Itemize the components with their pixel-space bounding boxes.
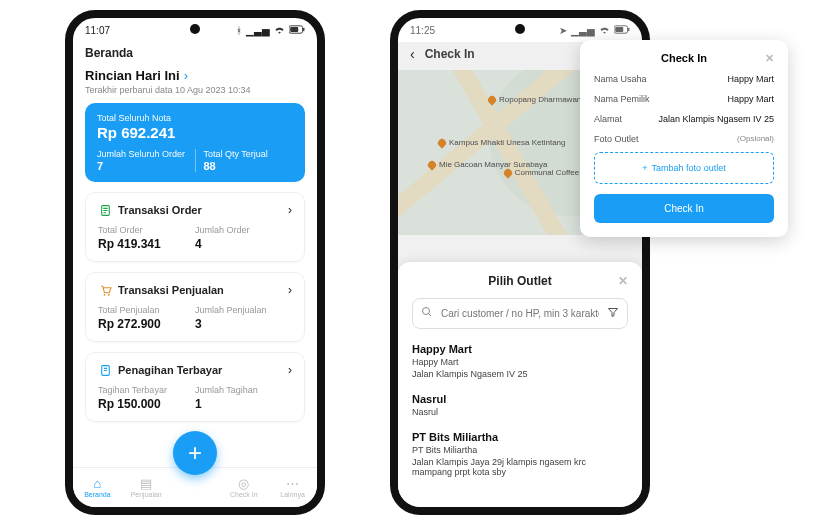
search-field[interactable] (412, 298, 628, 329)
row-label: Alamat (594, 114, 622, 124)
status-icons: ➤ ▁▃▅ (559, 25, 630, 36)
row-label: Foto Outlet (594, 134, 639, 144)
left-value: Rp 419.341 (98, 237, 195, 251)
filter-icon[interactable] (607, 306, 619, 321)
card-title: Transaksi Penjualan (118, 284, 224, 296)
svg-point-5 (107, 293, 109, 295)
outlet-name: Happy Mart (412, 343, 628, 355)
card-title: Transaksi Order (118, 204, 202, 216)
outlet-picker-modal: Pilih Outlet ✕ Happy Mart Happy Mart Jal… (398, 262, 642, 507)
status-time: 11:25 (410, 25, 435, 36)
pin-icon (502, 167, 513, 178)
right-value: 4 (195, 237, 292, 251)
nav-lainnya[interactable]: ⋯ Lainnya (268, 477, 317, 498)
signal-icon: ▁▃▅ (571, 25, 595, 36)
popover-title: Check In (661, 52, 707, 64)
pin-icon (486, 94, 497, 105)
bluetooth-icon: ᚼ (236, 25, 242, 36)
outlet-address: Jalan Klampis Ngasem IV 25 (412, 369, 628, 379)
nav-checkin[interactable]: ◎ Check In (219, 477, 268, 498)
right-label: Jumlah Order (195, 225, 292, 235)
close-button[interactable]: ✕ (618, 274, 628, 288)
right-label: Jumlah Tagihan (195, 385, 292, 395)
right-value: 1 (195, 397, 292, 411)
invoice-icon (98, 363, 112, 377)
section-title: Rincian Hari Ini (85, 68, 180, 83)
order-count-value: 7 (97, 160, 187, 172)
page-title: Check In (425, 47, 475, 61)
total-nota-value: Rp 692.241 (97, 124, 293, 141)
left-value: Rp 150.000 (98, 397, 195, 411)
outlet-item[interactable]: PT Bits Miliartha PT Bits Miliartha Jala… (412, 431, 628, 477)
status-time: 11:07 (85, 25, 110, 36)
chevron-right-icon: › (288, 203, 292, 217)
nav-label: Beranda (84, 491, 110, 498)
left-label: Total Penjualan (98, 305, 195, 315)
search-icon (421, 306, 433, 321)
qty-label: Total Qty Terjual (204, 149, 294, 159)
outlet-owner: Happy Mart (412, 357, 628, 367)
outlet-name: Nasrul (412, 393, 628, 405)
outlet-owner: Nasrul (412, 407, 628, 417)
home-icon: ⌂ (93, 477, 101, 490)
location-arrow-icon: ➤ (559, 25, 567, 36)
card-title: Penagihan Terbayar (118, 364, 222, 376)
card-transaksi-penjualan[interactable]: Transaksi Penjualan › Total Penjualan Rp… (85, 272, 305, 342)
battery-icon (614, 25, 630, 36)
fab-add[interactable]: + (173, 431, 217, 475)
outlet-owner: PT Bits Miliartha (412, 445, 628, 455)
row-label: Nama Usaha (594, 74, 647, 84)
map-poi: Kampus Mhakti Unesa Ketintang (438, 138, 566, 147)
row-value: Jalan Klampis Ngasem IV 25 (658, 114, 774, 124)
camera-notch (515, 24, 525, 34)
row-note: (Opsional) (737, 134, 774, 144)
upload-photo-button[interactable]: + Tambah foto outlet (594, 152, 774, 184)
receipt-icon (98, 203, 112, 217)
upload-label: Tambah foto outlet (652, 163, 726, 173)
search-input[interactable] (441, 308, 599, 319)
divider (195, 149, 196, 172)
page-header: Beranda (85, 42, 305, 68)
more-icon: ⋯ (286, 477, 299, 490)
pin-icon (426, 159, 437, 170)
location-icon: ◎ (238, 477, 249, 490)
checkin-button[interactable]: Check In (594, 194, 774, 223)
svg-rect-9 (615, 27, 623, 32)
status-icons: ᚼ ▁▃▅ (236, 25, 305, 36)
row-label: Nama Pemilik (594, 94, 650, 104)
signal-icon: ▁▃▅ (246, 25, 270, 36)
close-button[interactable]: ✕ (765, 52, 774, 65)
outlet-address: Jalan Klampis Jaya 29j klampis ngasem kr… (412, 457, 628, 477)
outlet-item[interactable]: Nasrul Nasrul (412, 393, 628, 417)
order-count-label: Jumlah Seluruh Order (97, 149, 187, 159)
phone-beranda: 11:07 ᚼ ▁▃▅ Beranda Rincian Hari Ini › T… (65, 10, 325, 515)
svg-rect-2 (290, 27, 298, 32)
svg-rect-8 (628, 27, 629, 31)
nav-beranda[interactable]: ⌂ Beranda (73, 477, 122, 498)
qty-value: 88 (204, 160, 294, 172)
battery-icon (289, 25, 305, 36)
modal-title: Pilih Outlet (488, 274, 551, 288)
nav-label: Lainnya (280, 491, 305, 498)
chevron-right-icon: › (184, 68, 188, 83)
nav-penjualan[interactable]: ▤ Penjualan (122, 477, 171, 498)
doc-icon: ▤ (140, 477, 152, 490)
svg-point-4 (103, 293, 105, 295)
map-poi: Ropopang Dharmawangsa (488, 95, 594, 104)
row-value: Happy Mart (727, 94, 774, 104)
outlet-item[interactable]: Happy Mart Happy Mart Jalan Klampis Ngas… (412, 343, 628, 379)
card-penagihan[interactable]: Penagihan Terbayar › Tagihan Terbayar Rp… (85, 352, 305, 422)
outlet-name: PT Bits Miliartha (412, 431, 628, 443)
section-rincian[interactable]: Rincian Hari Ini › (85, 68, 305, 83)
row-value: Happy Mart (727, 74, 774, 84)
camera-notch (190, 24, 200, 34)
svg-rect-1 (303, 27, 304, 31)
last-update: Terakhir perbarui data 10 Agu 2023 10:34 (85, 85, 305, 95)
card-transaksi-order[interactable]: Transaksi Order › Total Order Rp 419.341… (85, 192, 305, 262)
total-nota-label: Total Seluruh Nota (97, 113, 293, 123)
svg-point-10 (423, 308, 430, 315)
cart-icon (98, 283, 112, 297)
right-label: Jumlah Penjualan (195, 305, 292, 315)
back-button[interactable]: ‹ (410, 46, 415, 62)
chevron-right-icon: › (288, 363, 292, 377)
